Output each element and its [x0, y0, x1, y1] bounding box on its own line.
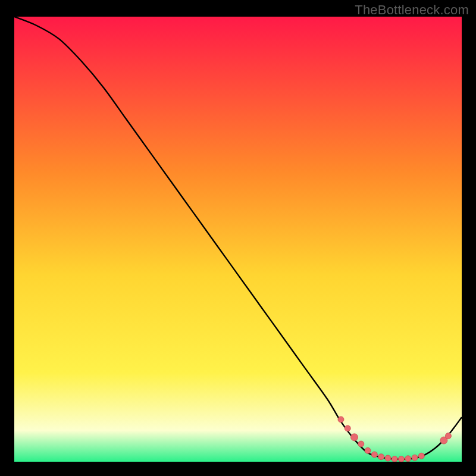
data-marker [351, 434, 358, 441]
data-marker [385, 455, 391, 461]
data-marker [358, 441, 364, 447]
data-marker [371, 452, 377, 458]
data-marker [405, 456, 411, 462]
data-marker [445, 433, 451, 439]
data-marker [378, 454, 384, 460]
data-marker [412, 455, 418, 461]
chart-svg [14, 17, 462, 462]
data-marker [365, 447, 371, 453]
data-marker [392, 456, 397, 462]
gradient-background [14, 17, 462, 462]
data-marker [345, 425, 350, 431]
watermark-label: TheBottleneck.com [355, 2, 469, 18]
data-marker [398, 456, 404, 462]
data-marker [338, 416, 344, 422]
plot-area [14, 17, 462, 462]
data-marker [418, 453, 424, 459]
chart-frame: TheBottleneck.com [0, 0, 476, 476]
